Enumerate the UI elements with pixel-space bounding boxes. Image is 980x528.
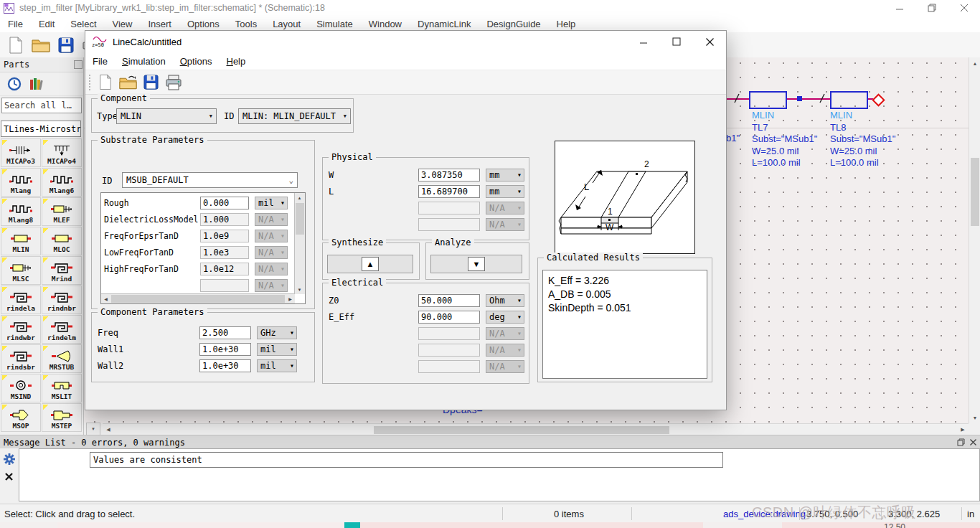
palette-scroll-down-button[interactable]: ▼ [86,423,100,435]
menu-item-file[interactable]: File [85,56,115,67]
component-labels-tl7[interactable]: MLIN TL7 Subst="MSub1" W=25.0 mil L=100.… [752,110,838,169]
part-item-MICAPo3[interactable]: MICAPo3 [1,138,41,167]
substrate-hscrollbar[interactable]: ◀ ▶ [101,293,295,303]
scroll-thumb[interactable] [374,426,669,434]
menu-item-layout[interactable]: Layout [265,19,308,29]
print-icon[interactable] [165,75,182,90]
canvas-horizontal-scrollbar[interactable]: ◀ ▶ [103,423,969,435]
physical-W-value-input[interactable] [418,169,480,182]
part-item-MSIND[interactable]: MSIND [1,374,41,402]
clear-messages-icon[interactable] [4,471,14,484]
substrate-vscrollbar[interactable]: ▲ ▼ [294,193,305,294]
part-item-MICAPo4[interactable]: MICAPo4 [42,138,82,167]
settings-gear-icon[interactable] [4,453,15,468]
part-item-Mlang6[interactable]: Mlang6 [42,168,82,197]
float-panel-icon[interactable] [957,436,965,449]
dialog-minimize-button[interactable] [627,31,660,52]
scroll-down-icon[interactable]: ▼ [969,412,980,423]
component-id-select[interactable]: MLIN: MLIN_DEFAULT ▼ [238,108,351,124]
menu-item-help[interactable]: Help [219,56,253,67]
menu-item-file[interactable]: File [0,19,31,29]
synthesize-button[interactable]: ▲ [327,255,413,273]
menu-item-options[interactable]: Options [173,56,220,67]
electrical-E_Eff-value-input[interactable] [418,311,480,324]
close-button[interactable] [948,0,980,16]
unit-select[interactable]: deg▼ [486,311,524,324]
menu-item-select[interactable]: Select [62,19,104,29]
menu-item-insert[interactable]: Insert [140,19,179,29]
mlin-component-body-tl8[interactable] [830,91,868,109]
unit-select[interactable]: mil▼ [257,343,297,356]
scroll-up-icon[interactable]: ▲ [969,57,980,69]
scroll-up-icon[interactable]: ▲ [295,193,304,202]
scroll-right-icon[interactable]: ▶ [286,294,295,303]
unit-select[interactable]: mil▼ [255,197,288,209]
dock-pin-icon[interactable] [74,60,83,69]
menu-item-help[interactable]: Help [549,19,584,29]
scroll-right-icon[interactable]: ▶ [957,424,969,435]
library-books-icon[interactable] [29,77,43,91]
part-item-MLSC[interactable]: MLSC [1,256,41,285]
scroll-thumb[interactable] [971,158,979,226]
part-item-rindnbr[interactable]: rindnbr [42,286,82,314]
substrate-Rough-value-input[interactable] [200,197,249,209]
dialog-maximize-button[interactable] [660,31,693,52]
part-item-MSTEP[interactable]: MSTEP [42,403,82,432]
part-item-MLEF[interactable]: MLEF [42,197,82,226]
new-file-icon[interactable] [8,37,24,54]
close-panel-icon[interactable] [969,436,977,449]
part-item-MSOP[interactable]: MSOP [1,403,41,432]
cparam-Wall2-value-input[interactable] [199,359,251,372]
part-item-rindwbr[interactable]: rindwbr [1,315,41,344]
restore-button[interactable] [915,0,948,16]
part-item-rindela[interactable]: rindela [1,286,41,314]
minimize-button[interactable] [883,0,915,16]
menu-item-view[interactable]: View [105,19,141,29]
menu-item-tools[interactable]: Tools [227,19,265,29]
scroll-left-icon[interactable]: ◀ [103,424,114,435]
scroll-left-icon[interactable]: ◀ [101,294,110,303]
part-item-Mlang[interactable]: Mlang [1,168,41,197]
part-item-MLOC[interactable]: MLOC [42,227,82,255]
dialog-close-button[interactable] [693,31,726,52]
cparam-Wall1-value-input[interactable] [199,343,251,356]
menu-item-options[interactable]: Options [179,19,227,29]
part-item-rindelm[interactable]: rindelm [42,315,82,344]
substrate-id-select[interactable]: MSUB_DEFAULT ⌄ [122,172,298,188]
electrical-Z0-value-input[interactable] [418,294,480,307]
unit-select[interactable]: Ohm▼ [486,294,524,307]
open-file-icon[interactable] [32,37,50,53]
mlin-component-body-tl7[interactable] [749,91,787,109]
unit-select[interactable]: mil▼ [257,359,297,372]
part-item-MSLIT[interactable]: MSLIT [42,374,82,402]
part-item-Mrind[interactable]: Mrind [42,256,82,285]
scroll-thumb[interactable] [111,295,285,303]
new-file-icon[interactable] [98,74,113,90]
analyze-button[interactable]: ▼ [430,255,522,273]
scroll-down-icon[interactable]: ▼ [295,285,304,294]
part-item-MRSTUB[interactable]: MRSTUB [42,344,82,373]
unit-select[interactable]: mm▼ [486,169,524,182]
menu-item-edit[interactable]: Edit [31,19,62,29]
save-file-icon[interactable] [58,37,74,53]
wire[interactable] [802,98,830,100]
toolbar-grip[interactable] [88,74,92,91]
unit-select[interactable]: GHz▼ [257,326,297,339]
unit-select[interactable]: mm▼ [486,185,524,198]
physical-L-value-input[interactable] [418,185,480,198]
wire[interactable] [787,98,797,100]
message-list-bar[interactable]: Message List - 0 errors, 0 warnings [0,435,980,449]
scroll-thumb[interactable] [296,203,304,235]
linecalc-titlebar[interactable]: z=50 LineCalc/untitled [85,31,726,52]
component-labels-tl8[interactable]: MLIN TL8 Subst="MSub1" W=25.0 mil L=100.… [830,110,916,169]
part-item-Mlang8[interactable]: Mlang8 [1,197,41,226]
menu-item-dynamiclink[interactable]: DynamicLink [410,19,479,29]
component-type-select[interactable]: MLIN ▼ [116,108,217,124]
open-file-icon[interactable] [119,75,137,90]
part-item-MLIN[interactable]: MLIN [1,227,41,255]
menu-item-designguide[interactable]: DesignGuide [479,19,548,29]
save-file-icon[interactable] [143,75,159,90]
menu-item-simulate[interactable]: Simulate [308,19,361,29]
part-item-rindsbr[interactable]: rindsbr [1,344,41,373]
recent-clock-icon[interactable] [7,77,22,91]
